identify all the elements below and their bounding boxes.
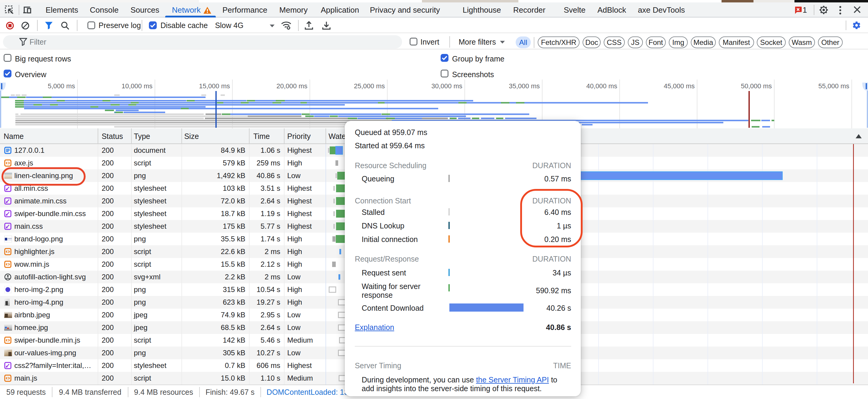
svg-text:45,000 ms: 45,000 ms: [664, 82, 695, 90]
svg-text:25,000 ms: 25,000 ms: [354, 82, 385, 90]
svg-text:55,000 ms: 55,000 ms: [818, 82, 849, 90]
svg-text:10,000 ms: 10,000 ms: [121, 82, 153, 90]
svg-text:30,000 ms: 30,000 ms: [431, 82, 462, 90]
svg-text:15,000 ms: 15,000 ms: [199, 82, 230, 90]
svg-text:20,000 ms: 20,000 ms: [276, 82, 307, 90]
svg-text:40,000 ms: 40,000 ms: [586, 82, 617, 90]
svg-text:50,000 ms: 50,000 ms: [741, 82, 772, 90]
svg-text:35,000 ms: 35,000 ms: [509, 82, 540, 90]
svg-text:5,000 ms: 5,000 ms: [48, 82, 75, 90]
